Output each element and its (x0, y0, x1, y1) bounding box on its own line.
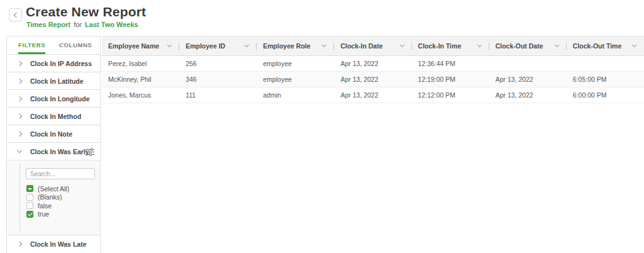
chevron-down-icon[interactable] (167, 43, 172, 47)
cell-clock-in-time: 12:19:00 PM (412, 72, 489, 87)
sidebar-tabs: FILTERS COLUMNS (7, 37, 100, 54)
filter-option-false[interactable]: false (26, 201, 69, 210)
chevron-down-icon[interactable] (632, 43, 636, 47)
page-title: Create New Report (26, 4, 146, 20)
column-header-employee-role[interactable]: Employee Role (257, 37, 334, 55)
chevron-down-icon[interactable] (322, 43, 326, 47)
report-table: Employee Name Employee ID Employee Role … (102, 36, 644, 103)
chevron-down-icon[interactable] (477, 43, 482, 47)
filter-option-list: (Select All) (Blanks) false true (26, 184, 69, 218)
chevron-down-icon[interactable] (400, 43, 404, 47)
sliders-icon[interactable] (86, 147, 94, 159)
filter-clock-in-was-late[interactable]: Clock In Was Late (7, 235, 100, 252)
cell-clock-in-date: Apr 13, 2022 (334, 87, 411, 103)
chevron-right-icon (17, 131, 22, 136)
cell-clock-in-time: 12:36:44 PM (412, 56, 489, 71)
filter-clock-in-longitude[interactable]: Clock In Longitude (7, 89, 100, 107)
checkbox-blanks[interactable] (26, 194, 33, 201)
column-header-employee-id[interactable]: Employee ID (179, 37, 257, 55)
chevron-down-icon[interactable] (555, 43, 559, 47)
filter-option-blanks[interactable]: (Blanks) (26, 193, 69, 202)
filter-option-select-all[interactable]: (Select All) (26, 184, 69, 193)
cell-clock-out-time: 6:05:00 PM (567, 72, 644, 87)
table-row[interactable]: Jones, Marcus 111 admin Apr 13, 2022 12:… (102, 87, 644, 103)
cell-clock-out-time (567, 56, 644, 71)
cell-employee-role: employee (257, 56, 334, 71)
filter-clock-in-ip-address[interactable]: Clock In IP Address (7, 54, 100, 72)
report-type-link[interactable]: Times Report (26, 21, 70, 28)
cell-clock-out-date (489, 56, 567, 71)
filter-option-true[interactable]: true (26, 210, 69, 219)
filter-clock-in-note[interactable]: Clock In Note (7, 125, 100, 142)
filter-panel-clock-in-was-early: (Select All) (Blanks) false true (7, 160, 100, 235)
cell-employee-id: 346 (179, 72, 257, 87)
cell-clock-out-time: 6:00:00 PM (567, 87, 644, 103)
cell-clock-out-date: Apr 13, 2022 (489, 87, 567, 103)
cell-employee-id: 111 (179, 87, 257, 103)
filter-clock-in-method[interactable]: Clock In Method (7, 107, 100, 125)
column-header-clock-in-time[interactable]: Clock-In Time (412, 37, 489, 55)
checkbox-select-all[interactable] (26, 185, 33, 192)
chevron-right-icon (17, 60, 22, 65)
column-header-clock-out-date[interactable]: Clock-Out Date (489, 37, 567, 55)
chevron-right-icon (17, 96, 22, 101)
cell-employee-name: Jones, Marcus (102, 87, 179, 103)
date-range-link[interactable]: Last Two Weeks (85, 21, 138, 28)
page-header: Create New Report Times Report for Last … (0, 0, 644, 36)
column-header-employee-name[interactable]: Employee Name (102, 37, 179, 55)
subtitle-connector: for (72, 21, 83, 28)
back-button[interactable] (9, 8, 22, 21)
cell-clock-in-time: 12:12:00 PM (412, 87, 489, 103)
cell-clock-in-date: Apr 13, 2022 (334, 72, 411, 87)
column-header-clock-in-date[interactable]: Clock-In Date (334, 37, 411, 55)
filter-clock-in-latitude[interactable]: Clock In Latitude (7, 72, 100, 89)
chevron-right-icon (17, 113, 22, 118)
column-header-clock-out-time[interactable]: Clock-Out Time (567, 37, 644, 55)
chevron-down-icon[interactable] (245, 43, 249, 47)
table-header-row: Employee Name Employee ID Employee Role … (102, 36, 644, 56)
chevron-right-icon (17, 78, 22, 83)
create-new-report-page: Create New Report Times Report for Last … (0, 0, 644, 253)
chevron-down-icon (17, 148, 22, 153)
cell-employee-role: admin (257, 87, 334, 103)
filter-search-input[interactable] (26, 168, 95, 179)
tab-columns[interactable]: COLUMNS (59, 37, 92, 54)
cell-clock-in-date: Apr 13, 2022 (334, 56, 411, 71)
cell-employee-id: 256 (179, 56, 257, 71)
chevron-right-icon (17, 241, 22, 246)
checkbox-true[interactable] (26, 211, 33, 218)
cell-employee-name: McKinney, Phil (102, 72, 179, 87)
cell-clock-out-date: Apr 13, 2022 (489, 72, 567, 87)
table-row[interactable]: McKinney, Phil 346 employee Apr 13, 2022… (102, 72, 644, 87)
chevron-left-icon (13, 12, 18, 17)
report-subtitle: Times Report for Last Two Weeks (26, 21, 138, 28)
cell-employee-name: Perez, Isabel (102, 56, 179, 71)
checkbox-false[interactable] (26, 202, 33, 209)
cell-employee-role: employee (257, 72, 334, 87)
tab-filters[interactable]: FILTERS (18, 37, 45, 54)
table-row[interactable]: Perez, Isabel 256 employee Apr 13, 2022 … (102, 56, 644, 72)
sidebar: FILTERS COLUMNS Clock In IP Address Cloc… (6, 36, 101, 253)
filter-clock-in-was-early[interactable]: Clock In Was Early (7, 142, 100, 160)
